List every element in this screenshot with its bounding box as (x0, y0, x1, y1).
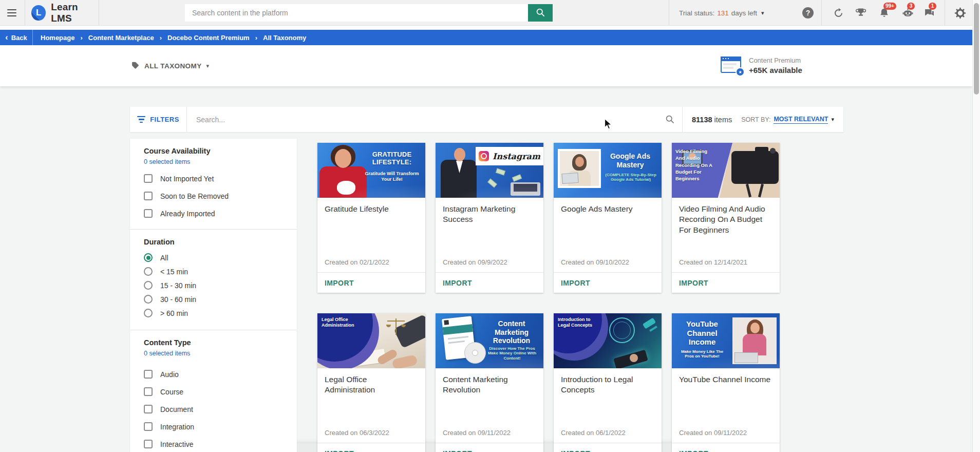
top-header: L Learn LMS Trial status: 131 days left … (0, 0, 972, 26)
card-title[interactable]: Gratitude Lifestyle (325, 204, 418, 214)
thumb-decor (613, 322, 631, 339)
breadcrumb-content-marketplace[interactable]: Content Marketplace (88, 34, 154, 42)
checkbox[interactable] (144, 440, 153, 448)
card-thumbnail[interactable]: YouTube Channel Income Make Money Like T… (672, 313, 780, 368)
card-title[interactable]: YouTube Channel Income (679, 374, 772, 385)
taxonomy-dropdown[interactable]: ALL TAXONOMY ▾ (131, 61, 209, 71)
star-icon: ★ (736, 67, 745, 77)
trial-status-dropdown[interactable]: Trial status: 131 days left ▾ (679, 0, 764, 26)
search-icon[interactable] (665, 114, 675, 126)
card-title[interactable]: Video Filming And Audio Recording On A B… (679, 204, 772, 235)
radio[interactable] (144, 295, 153, 304)
radio[interactable] (144, 309, 153, 317)
section-title: Content Type (144, 338, 283, 347)
card-title[interactable]: Content Marketing Revolution (443, 374, 536, 396)
card-thumbnail[interactable]: GRATITUDE LIFESTYLE: Gratitude Will Tran… (317, 143, 425, 198)
selected-items-link[interactable]: 0 selected items (144, 158, 190, 165)
selected-items-link[interactable]: 0 selected items (144, 350, 190, 357)
help-icon[interactable]: ? (802, 7, 814, 18)
radio[interactable] (144, 281, 153, 290)
app-title: Learn LMS (51, 2, 99, 24)
import-button[interactable]: IMPORT (679, 449, 708, 452)
course-card: Video Filming And Audio Recording On A B… (672, 143, 780, 293)
assistant-bot-icon[interactable]: 3 (901, 7, 914, 19)
thumb-title: Content Marketing Revolution (483, 319, 540, 345)
card-title[interactable]: Introduction to Legal Concepts (561, 374, 654, 396)
checkbox[interactable] (144, 387, 153, 396)
card-thumbnail[interactable]: Google Ads Mastery (COMPLETE Step-By-Ste… (554, 143, 662, 198)
duration-option-lt-15[interactable]: < 15 min (144, 267, 283, 276)
option-label: Document (160, 405, 193, 413)
card-title[interactable]: Instagram Marketing Success (443, 204, 536, 225)
card-thumbnail[interactable]: Video Filming And Audio Recording On A B… (672, 143, 780, 198)
option-label: Not Imported Yet (160, 175, 214, 183)
option-label: > 60 min (160, 309, 188, 317)
global-search-button[interactable] (528, 4, 553, 22)
duration-option-gt-60[interactable]: > 60 min (144, 309, 283, 317)
back-button[interactable]: ‹ Back (0, 30, 33, 45)
duration-option-15-30[interactable]: 15 - 30 min (144, 281, 283, 290)
gamification-trophy-icon[interactable] (855, 7, 867, 19)
option-label: Integration (160, 423, 194, 431)
card-thumbnail[interactable]: Content Marketing Revolution Discover Ho… (436, 313, 543, 368)
sync-icon[interactable] (832, 7, 844, 19)
results-toolbar: FILTERS 81138 items SORT BY: MOST RELEVA… (130, 107, 843, 132)
menu-icon[interactable] (7, 9, 16, 16)
global-search-input[interactable] (185, 4, 528, 22)
filter-option-already-imported[interactable]: Already Imported (144, 209, 283, 218)
checkbox[interactable] (144, 209, 153, 218)
content-type-option-audio[interactable]: Audio (144, 370, 283, 379)
card-thumbnail[interactable]: Instagram (436, 143, 543, 198)
checkbox[interactable] (144, 422, 153, 431)
header-divider (821, 0, 822, 26)
checkbox[interactable] (144, 174, 153, 183)
messages-badge: 1 (929, 3, 936, 10)
radio[interactable] (144, 267, 153, 276)
breadcrumb-homepage[interactable]: Homepage (41, 34, 74, 42)
thumb-decor (335, 149, 351, 168)
scrollbar-thumb[interactable] (974, 3, 979, 95)
import-button[interactable]: IMPORT (443, 449, 472, 452)
app-logo[interactable]: L Learn LMS (25, 0, 99, 26)
settings-gear-icon[interactable] (954, 7, 966, 19)
breadcrumb-docebo-content-premium[interactable]: Docebo Content Premium (167, 34, 250, 42)
content-type-option-integration[interactable]: Integration (144, 422, 283, 431)
card-thumbnail[interactable]: Legal Office Administration (317, 313, 425, 368)
import-button[interactable]: IMPORT (325, 449, 354, 452)
filters-button[interactable]: FILTERS (130, 116, 186, 123)
filter-option-not-imported-yet[interactable]: Not Imported Yet (144, 174, 283, 183)
filter-option-soon-to-be-removed[interactable]: Soon to Be Removed (144, 192, 283, 200)
duration-option-all[interactable]: All (144, 253, 283, 262)
results-search-input[interactable] (187, 107, 682, 132)
checkbox[interactable] (144, 192, 153, 200)
import-button[interactable]: IMPORT (561, 449, 590, 452)
content-type-option-course[interactable]: Course (144, 387, 283, 396)
content-type-option-document[interactable]: Document (144, 405, 283, 413)
content-type-option-interactive[interactable]: Interactive (144, 440, 283, 448)
scrollbar[interactable] (972, 0, 980, 452)
option-label: Course (160, 388, 183, 396)
card-title[interactable]: Google Ads Mastery (561, 204, 654, 214)
radio-selected[interactable] (144, 253, 153, 262)
import-button[interactable]: IMPORT (325, 279, 354, 287)
chevron-right-icon: › (160, 34, 162, 42)
thumb-decor (387, 321, 405, 322)
checkbox[interactable] (144, 405, 153, 413)
card-created-date: Created on 09/11/2022 (443, 429, 536, 440)
import-button[interactable]: IMPORT (561, 279, 590, 287)
course-card: Content Marketing Revolution Discover Ho… (436, 313, 543, 452)
section-title: Duration (144, 238, 283, 246)
duration-option-30-60[interactable]: 30 - 60 min (144, 295, 283, 304)
notifications-bell-icon[interactable]: 99+ (878, 7, 890, 19)
thumb-decor (448, 336, 468, 340)
chevron-down-icon: ▾ (206, 63, 210, 69)
breadcrumb-all-taxonomy[interactable]: All Taxonomy (263, 34, 306, 42)
card-title[interactable]: Legal Office Administration (325, 374, 418, 396)
messages-chat-icon[interactable]: 1 (923, 7, 935, 19)
card-thumbnail[interactable]: Introduction to Legal Concepts (554, 313, 662, 368)
import-button[interactable]: IMPORT (443, 279, 472, 287)
header-divider (669, 0, 669, 26)
sort-by-dropdown[interactable]: SORT BY: MOST RELEVANT ▾ (741, 116, 834, 124)
import-button[interactable]: IMPORT (679, 279, 708, 287)
checkbox[interactable] (144, 370, 153, 379)
